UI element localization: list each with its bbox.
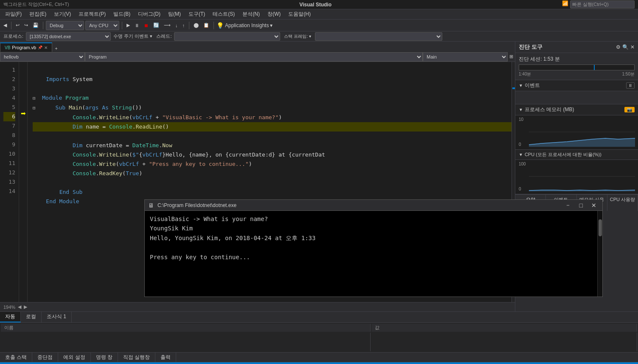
breakpoint-btn[interactable]: ⬤ [192, 22, 200, 29]
locals-tab[interactable]: 로컬 [21, 312, 42, 322]
memory-section: ▼ 프로세스 메모리 (MB) 📷 10 0 [515, 104, 638, 150]
session-timeline [519, 64, 635, 70]
memory-btn[interactable]: 📋 [202, 22, 211, 29]
auto-tab[interactable]: 자동 [0, 312, 21, 322]
tab-icon: VB [5, 45, 10, 50]
console-line-1: VisualBasic -> What is your name? [150, 214, 592, 224]
timeline-start: 1:40분 [519, 71, 531, 77]
memory-max-label: 10 [519, 117, 523, 122]
toolbar: ◀ ↩ ↪ 💾 Debug Any CPU ▶ ⏸ ⏹ 🔄 ⟶ ↓ ↑ ⬤ 📋 … [0, 20, 638, 31]
memory-snapshot-btn[interactable]: 📷 [624, 107, 635, 112]
titlebar: 백그라운드 작업(Ctrl+E, Ctrl+T) Visual Studio 📶… [0, 0, 638, 9]
insights-dropdown-arrow[interactable]: ▾ [270, 22, 273, 28]
console-maximize-btn[interactable]: □ [577, 202, 585, 209]
debug-mode-dropdown[interactable]: Debug [46, 21, 84, 30]
program-vb-tab[interactable]: VB Program.vb 📌 ✕ [0, 42, 52, 52]
diagnostics-title: 진단 도구 [519, 43, 542, 51]
bottom-tabs: 자동 로컬 조사식 1 [0, 312, 638, 323]
cpu-header[interactable]: ▼ CPU (모든 프로세서에 대한 비율(%)) [515, 150, 638, 160]
process-label: 프로세스: [3, 33, 23, 39]
command-tab[interactable]: 명령 창 [91, 353, 118, 362]
line-numbers: 1 2 3 4 5 6 7 8 9 10 11 12 13 14 [0, 62, 19, 302]
console-minimize-btn[interactable]: － [562, 202, 573, 209]
console-title: C:\Program Files\dotnet\dotnet.exe [157, 202, 559, 208]
console-close-btn[interactable]: ✕ [589, 202, 599, 209]
line-8: Console.WriteLine($"{vbCrLf}Hello, {name… [33, 151, 325, 158]
expand-nav-btn[interactable]: ⊞ [508, 53, 515, 60]
step-over-btn[interactable]: ⟶ [162, 22, 172, 29]
diag-close-btn[interactable]: ✕ [630, 44, 635, 50]
line-1: Imports System [33, 76, 93, 82]
restart-btn[interactable]: 🔄 [152, 22, 161, 29]
step-into-btn[interactable]: ↓ [174, 22, 180, 29]
cpu-dropdown[interactable]: Any CPU [85, 21, 119, 30]
session-label: 진단 세션: 1:53 분 [519, 56, 560, 62]
exceptions-tab[interactable]: 예외 설정 [58, 353, 90, 362]
menu-edit[interactable]: 편집(E) [26, 10, 50, 19]
redo-btn[interactable]: ↪ [22, 22, 30, 29]
process-dropdown[interactable]: [133572] dotnet.exe [26, 32, 111, 41]
file-nav-dropdown[interactable]: hellovb [0, 52, 85, 62]
memory-chart: 10 0 [515, 115, 638, 149]
col-value-header: 값 [371, 324, 637, 332]
cpu-tab[interactable]: CPU 사용량 [607, 195, 638, 211]
pause-toolbar-btn[interactable]: ⏸ [133, 22, 141, 29]
diagnostics-header: 진단 도구 ⚙ 🔍 ✕ [515, 42, 638, 53]
memory-header[interactable]: ▼ 프로세스 메모리 (MB) 📷 [515, 104, 638, 115]
console-scrollbar-thumb[interactable] [599, 219, 602, 236]
save-btn[interactable]: 💾 [31, 22, 40, 29]
app-title: Visual Studio [69, 2, 562, 8]
session-info: 진단 세션: 1:53 분 1:40분 1:50분 [515, 53, 638, 80]
line-13: End Module [33, 198, 79, 204]
table-row [1, 333, 637, 351]
menubar: 파일(F) 편집(E) 보기(V) 프로젝트(P) 빌드(B) 디버그(D) 팀… [0, 9, 638, 20]
signal-icon: 📶 [562, 0, 568, 8]
thread-dropdown[interactable] [174, 32, 280, 41]
diag-settings-btn[interactable]: ⚙ [616, 44, 621, 50]
stop-btn[interactable]: ⏹ [142, 22, 150, 29]
zoom-minus-btn[interactable]: ◀ [18, 304, 21, 310]
undo-btn[interactable]: ↩ [14, 22, 21, 29]
menu-build[interactable]: 빌드(B) [110, 10, 134, 19]
menu-window[interactable]: 창(W) [264, 10, 284, 19]
run-btn[interactable]: ▶ [125, 22, 132, 29]
step-out-btn[interactable]: ↑ [181, 22, 187, 29]
menu-project[interactable]: 프로젝트(P) [75, 10, 109, 19]
events-pause-btn[interactable]: ⏸ [626, 82, 635, 89]
events-header[interactable]: ▼ 이벤트 ⏸ [515, 80, 638, 91]
console-line-3: Hello, YoungSik Kim, on 2018-04-24 at 오후… [150, 233, 592, 243]
stack-dropdown-btn[interactable]: 스택 프레임: ▾ [283, 33, 312, 40]
menu-test[interactable]: 테스트(S) [209, 10, 238, 19]
zoom-plus-btn[interactable]: ▶ [24, 304, 27, 310]
console-line-5: Press any key to continue... [150, 252, 592, 262]
menu-tools[interactable]: 도구(T) [185, 10, 208, 19]
memory-label: 프로세스 메모리 (MB) [525, 106, 574, 113]
line-5: Console.WriteLine(vbCrLf + "VisualBasic … [33, 114, 282, 120]
line-4: ⊟ Sub Main(args As String()) [33, 104, 142, 111]
menu-help[interactable]: 도움말(H) [285, 10, 314, 19]
tab-close-icon[interactable]: ✕ [44, 45, 48, 50]
app-insights-label[interactable]: Application Insights [225, 22, 269, 28]
method-nav-dropdown[interactable]: Main [423, 52, 508, 62]
console-titlebar: 🖥 C:\Program Files\dotnet\dotnet.exe － □… [145, 200, 602, 211]
menu-debug[interactable]: 디버그(D) [135, 10, 164, 19]
menu-view[interactable]: 보기(V) [51, 10, 74, 19]
frame-dropdown[interactable] [315, 32, 442, 41]
line-12: End Sub [33, 189, 82, 195]
menu-file[interactable]: 파일(F) [2, 10, 25, 19]
output-tab-item[interactable]: 출력 [155, 353, 176, 362]
menu-team[interactable]: 팀(M) [165, 10, 184, 19]
menu-analyze[interactable]: 분석(N) [239, 10, 263, 19]
add-tab-btn[interactable]: + [53, 45, 59, 52]
console-scrollbar[interactable] [597, 211, 602, 297]
breakpoints-tab[interactable]: 중단점 [32, 353, 58, 362]
back-btn[interactable]: ◀ [2, 22, 8, 29]
diag-search-btn[interactable]: 🔍 [622, 44, 629, 50]
watch-tab[interactable]: 조사식 1 [42, 312, 72, 322]
auto-table: 이름 값 [0, 323, 638, 352]
lifecycle-label: 수명 주기 이벤트 ▾ 스레드: [113, 33, 171, 39]
class-nav-dropdown[interactable]: Program [85, 52, 423, 62]
tab-pin-icon[interactable]: 📌 [38, 45, 42, 50]
immediate-tab[interactable]: 직접 실행창 [118, 353, 155, 362]
callstack-tab[interactable]: 호출 스택 [0, 353, 32, 362]
